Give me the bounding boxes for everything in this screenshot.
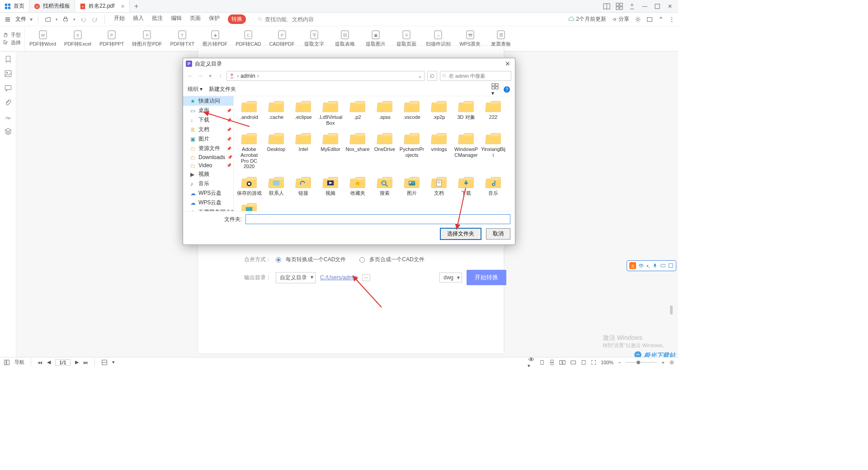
ime-mic-icon[interactable] [652, 263, 658, 268]
file-item[interactable]: .Ld9VirtualBox [318, 99, 343, 126]
more-icon[interactable]: ⋮ [669, 16, 675, 23]
ribbon-tool[interactable]: PPDF转PPT [99, 27, 124, 50]
merge-radio-each[interactable] [276, 257, 281, 263]
share-button[interactable]: 分享 [612, 15, 629, 23]
file-item[interactable]: Desktop [264, 131, 289, 169]
select-folder-button[interactable]: 选择文件夹 [440, 228, 481, 240]
file-item[interactable]: .xp2p [426, 99, 452, 126]
zoom-slider[interactable] [626, 360, 657, 365]
file-item[interactable]: .android [236, 99, 262, 126]
file-item[interactable]: Intel [291, 131, 316, 169]
file-item[interactable]: .p2 [345, 99, 370, 126]
menu-insert[interactable]: 插入 [133, 14, 144, 24]
dialog-close-icon[interactable]: ✕ [503, 60, 512, 67]
file-item[interactable]: 音乐 [481, 175, 506, 196]
menu-annotate[interactable]: 批注 [152, 14, 163, 24]
last-page-icon[interactable]: ⏭ [83, 360, 88, 365]
undo-icon[interactable] [79, 15, 87, 24]
next-page-icon[interactable]: ▶ [75, 359, 79, 365]
chevron-down-icon[interactable]: ▾ [73, 17, 75, 22]
comment-icon[interactable] [4, 84, 12, 92]
file-item[interactable]: 视频 [318, 175, 343, 196]
merge-radio-multi[interactable] [359, 257, 365, 263]
function-search-input[interactable] [265, 16, 328, 23]
file-item[interactable]: 保存的游戏 [236, 175, 262, 196]
ime-lang[interactable]: 中 [639, 263, 644, 269]
file-item[interactable]: WindowsPCManager [453, 131, 479, 169]
two-page-icon[interactable] [559, 359, 566, 366]
new-folder-button[interactable]: 新建文件夹 [209, 85, 236, 93]
file-item[interactable]: 文档 [426, 175, 452, 196]
file-item[interactable]: PycharmProjects [399, 131, 425, 169]
file-item[interactable]: .vscode [399, 99, 425, 126]
tree-item[interactable]: 🗎文档📌 [183, 125, 233, 134]
up-icon[interactable]: ↑ [217, 73, 224, 79]
dialog-search[interactable] [440, 71, 511, 81]
signature-icon[interactable] [4, 113, 12, 121]
ime-toolbar[interactable]: S 中 •, [627, 260, 676, 271]
help-icon[interactable]: ? [503, 86, 510, 93]
file-item[interactable]: 搜索 [372, 175, 397, 196]
nav-label[interactable]: 导航 [14, 359, 24, 366]
file-item[interactable]: .eclipse [291, 99, 316, 126]
file-item[interactable]: YinxiangBiji [481, 131, 506, 169]
file-item[interactable]: Nox_share [345, 131, 370, 169]
bookmark-icon[interactable] [4, 55, 12, 63]
single-page-icon[interactable] [539, 360, 545, 365]
zoom-out-icon[interactable]: − [618, 360, 621, 365]
hand-mode[interactable]: 手型 [3, 32, 21, 38]
start-convert-button[interactable]: 开始转换 [467, 270, 506, 285]
file-item[interactable]: 下载 [453, 175, 479, 196]
thumbnail-icon[interactable] [4, 70, 12, 78]
hamburger-icon[interactable] [4, 15, 12, 24]
fit-icon[interactable] [101, 359, 108, 366]
output-mode-select[interactable]: 自定义目录 [276, 272, 316, 283]
output-path-link[interactable]: C:/Users/admin [320, 274, 358, 281]
tree-item[interactable]: ▣图片📌 [183, 134, 233, 144]
ribbon-tool[interactable]: WPDF转Word [29, 27, 56, 50]
file-item[interactable]: 222 [481, 99, 506, 126]
file-menu[interactable]: 文件 [15, 15, 26, 23]
file-item[interactable]: 3D 对象 [453, 99, 479, 126]
menu-protect[interactable]: 保护 [209, 14, 220, 24]
outline-icon[interactable] [4, 359, 10, 366]
file-item[interactable]: Adobe Acrobat Pro DC 2020 [236, 131, 262, 169]
menu-page[interactable]: 页面 [190, 14, 201, 24]
browse-button[interactable]: ··· [362, 274, 370, 281]
tree-item[interactable]: ☁WPS云盘 [183, 198, 233, 207]
ime-punct-icon[interactable]: •, [646, 263, 650, 268]
breadcrumb[interactable]: › admin › ⌄ [226, 71, 425, 81]
chevron-down-icon[interactable]: ▾ [30, 16, 33, 23]
menu-start[interactable]: 开始 [114, 14, 125, 24]
dialog-file-pane[interactable]: .android.cache.eclipse.Ld9VirtualBox.p2.… [234, 96, 515, 211]
menu-edit[interactable]: 编辑 [171, 14, 182, 24]
chevron-down-icon[interactable]: ⌄ [418, 73, 422, 79]
tree-item[interactable]: 🗀Video📌 [183, 161, 233, 169]
tree-item[interactable]: 🗀资源文件📌 [183, 144, 233, 153]
file-item[interactable]: 链接 [291, 175, 316, 196]
tree-item[interactable]: ▭桌面📌 [183, 106, 233, 115]
attachment-icon[interactable] [4, 99, 12, 107]
user-icon[interactable] [627, 1, 637, 12]
tree-item[interactable]: ☁WPS云盘 [183, 188, 233, 198]
back-icon[interactable]: ← [187, 73, 194, 79]
ime-settings-icon[interactable] [668, 263, 674, 268]
fit-page-icon[interactable] [581, 360, 586, 365]
file-item[interactable]: 联系人 [264, 175, 289, 196]
first-page-icon[interactable]: ⏮ [38, 360, 42, 365]
breadcrumb-user[interactable]: admin [241, 73, 255, 79]
close-window-icon[interactable]: ✕ [665, 1, 675, 12]
cloud-status[interactable]: 2个月前更新 [568, 15, 606, 23]
file-item[interactable]: .cache [264, 99, 289, 126]
function-search[interactable] [258, 16, 328, 23]
menu-convert[interactable]: 转换 [228, 14, 246, 24]
tree-item[interactable]: ◐百度网盘同步空间 [183, 207, 233, 211]
dialog-tree[interactable]: ★快速访问▭桌面📌↓下载📌🗎文档📌▣图片📌🗀资源文件📌🗀Downloads📌🗀V… [183, 96, 234, 211]
format-select[interactable]: dwg [439, 273, 462, 282]
file-item[interactable]: 桌面 [236, 201, 262, 211]
tree-item[interactable]: ♪音乐 [183, 179, 233, 188]
tree-item[interactable]: ↓下载📌 [183, 115, 233, 125]
tab-add[interactable]: + [130, 0, 143, 12]
layers-icon[interactable] [4, 127, 12, 136]
refresh-icon[interactable] [427, 71, 437, 81]
